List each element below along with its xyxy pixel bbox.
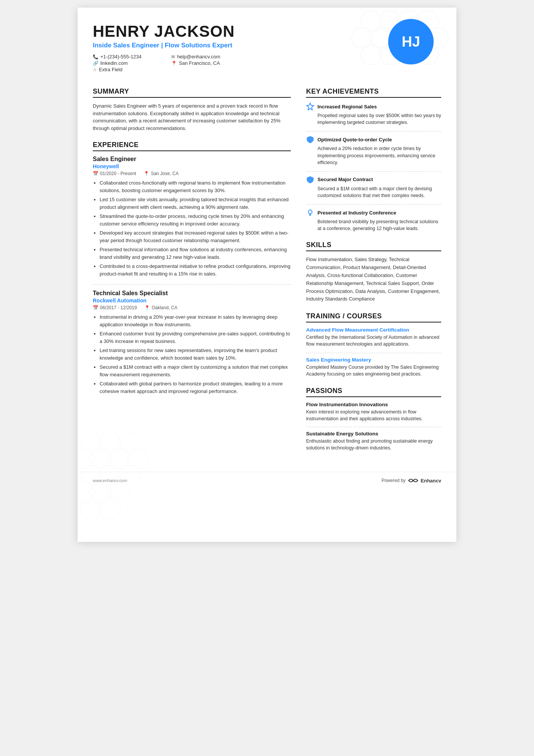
- bullet: Streamlined the quote-to-order process, …: [100, 213, 291, 227]
- candidate-title: Inside Sales Engineer | Flow Solutions E…: [93, 42, 235, 49]
- achievement-2-title: Optimized Quote-to-order Cycle: [317, 137, 392, 142]
- bullet: Contributed to a cross-departmental init…: [100, 263, 291, 277]
- experience-title: EXPERIENCE: [93, 141, 291, 151]
- experience-section: EXPERIENCE Sales Engineer Honeywell 📅 01…: [93, 141, 291, 395]
- passion-1: Flow Instrumentation Innovations Keen in…: [306, 402, 441, 422]
- linkedin-text: linkedin.com: [100, 60, 128, 66]
- skills-title: SKILLS: [306, 241, 441, 251]
- passion-divider: [306, 427, 441, 427]
- training-1-title: Advanced Flow Measurement Certification: [306, 327, 441, 333]
- footer-logo: Powered by Enhancv: [381, 477, 441, 484]
- bullet: Secured a $1M contract with a major clie…: [100, 363, 291, 378]
- skills-text: Flow Instrumentation, Sales Strategy, Te…: [306, 256, 441, 303]
- training-divider: [306, 353, 441, 353]
- passion-1-text: Keen interest in exploring new advanceme…: [306, 409, 441, 422]
- right-column: KEY ACHIEVEMENTS Increased Regional Sale…: [306, 88, 441, 460]
- achievement-4: Presented at Industry Conference Bolster…: [306, 208, 441, 232]
- star-icon: [306, 102, 314, 111]
- training-2: Sales Engineering Mastery Completed Mast…: [306, 357, 441, 377]
- passion-2-text: Enthusiastic about finding and promoting…: [306, 438, 441, 451]
- bulb-icon: [306, 208, 314, 217]
- bullet: Presented technical information and flow…: [100, 246, 291, 261]
- bullet: Collaborated cross-functionally with reg…: [100, 179, 291, 194]
- training-title: TRAINING / COURSES: [306, 312, 441, 322]
- passions-title: PASSIONS: [306, 387, 441, 397]
- achievement-2-text: Achieved a 20% reduction in order cycle …: [306, 145, 441, 166]
- extra-text: Extra Field: [99, 67, 122, 72]
- contact-grid: 📞 +1-(234)-555-1234 ✉ help@enhancv.com 🔗…: [93, 54, 235, 72]
- achievement-2: Optimized Quote-to-order Cycle Achieved …: [306, 135, 441, 166]
- email-icon: ✉: [171, 54, 175, 59]
- svg-marker-26: [80, 499, 102, 518]
- brand-name: Enhancv: [421, 478, 441, 484]
- achievement-3-text: Secured a $1M contract with a major clie…: [306, 185, 441, 199]
- job-2-bullets: Instrumental in driving a 20% year-over-…: [93, 313, 291, 395]
- training-2-title: Sales Engineering Mastery: [306, 357, 441, 363]
- phone-text: +1-(234)-555-1234: [100, 54, 142, 59]
- calendar-icon: 📅: [93, 171, 98, 176]
- phone-icon: 📞: [93, 54, 98, 59]
- passion-2-title: Sustainable Energy Solutions: [306, 431, 441, 437]
- svg-marker-27: [98, 499, 121, 518]
- contact-linkedin: 🔗 linkedin.com: [93, 60, 156, 66]
- avatar: HJ: [388, 19, 434, 64]
- resume-page: HENRY JACKSON Inside Sales Engineer | Fl…: [78, 8, 456, 542]
- bullet: Developed key account strategies that in…: [100, 229, 291, 244]
- job-1-company: Honeywell: [93, 163, 291, 169]
- svg-point-29: [308, 210, 312, 214]
- summary-title: SUMMARY: [93, 88, 291, 98]
- shield-icon-2: [306, 175, 314, 184]
- job-2-date: 📅 06/2017 - 12/2019: [93, 305, 137, 310]
- header-left: HENRY JACKSON Inside Sales Engineer | Fl…: [93, 23, 235, 72]
- pin-icon: 📍: [144, 171, 149, 176]
- job-2-company: Rockwell Automation: [93, 297, 291, 304]
- job-2: Technical Sales Specialist Rockwell Auto…: [93, 290, 291, 395]
- job-2-meta: 📅 06/2017 - 12/2019 📍 Oakland, CA: [93, 305, 291, 310]
- footer-website: www.enhancv.com: [93, 478, 127, 483]
- pin-icon: 📍: [144, 305, 150, 310]
- contact-extra: ☆ Extra Field: [93, 67, 156, 72]
- achievements-section: KEY ACHIEVEMENTS Increased Regional Sale…: [306, 88, 441, 232]
- summary-text: Dynamic Sales Engineer with 5 years of e…: [93, 102, 291, 132]
- location-text: San Francisco, CA: [179, 60, 220, 66]
- job-1-date: 📅 01/2020 - Present: [93, 171, 136, 176]
- achievement-3-title: Secured Major Contract: [317, 177, 373, 182]
- achievement-1-text: Propelled regional sales by over $500K w…: [306, 112, 441, 126]
- achievement-4-header: Presented at Industry Conference: [306, 208, 441, 217]
- svg-marker-28: [307, 103, 314, 110]
- achievement-divider-3: [306, 204, 441, 205]
- calendar-icon: 📅: [93, 305, 98, 310]
- footer: www.enhancv.com Powered by Enhancv: [78, 472, 456, 489]
- job-2-location: 📍 Oakland, CA: [144, 305, 177, 310]
- achievement-1: Increased Regional Sales Propelled regio…: [306, 102, 441, 126]
- header-right: HJ: [388, 23, 441, 64]
- contact-location: 📍 San Francisco, CA: [171, 60, 234, 66]
- bullet: Led 15 customer site visits annually, pr…: [100, 196, 291, 211]
- bullet: Collaborated with global partners to har…: [100, 380, 291, 395]
- bullet: Led training sessions for new sales repr…: [100, 347, 291, 362]
- training-2-text: Completed Mastery Course provided by The…: [306, 364, 441, 377]
- achievement-1-header: Increased Regional Sales: [306, 102, 441, 111]
- link-icon: 🔗: [93, 61, 98, 66]
- passion-2: Sustainable Energy Solutions Enthusiasti…: [306, 431, 441, 451]
- candidate-name: HENRY JACKSON: [93, 23, 235, 40]
- email-text: help@enhancv.com: [177, 54, 220, 59]
- achievement-divider-2: [306, 171, 441, 172]
- job-1: Sales Engineer Honeywell 📅 01/2020 - Pre…: [93, 156, 291, 277]
- passions-section: PASSIONS Flow Instrumentation Innovation…: [306, 387, 441, 452]
- content-area: SUMMARY Dynamic Sales Engineer with 5 ye…: [78, 72, 456, 468]
- job-divider: [93, 284, 291, 285]
- location-icon: 📍: [171, 61, 177, 66]
- job-1-location: 📍 San Jose, CA: [144, 171, 178, 176]
- achievements-title: KEY ACHIEVEMENTS: [306, 88, 441, 98]
- passion-1-title: Flow Instrumentation Innovations: [306, 402, 441, 407]
- contact-phone: 📞 +1-(234)-555-1234: [93, 54, 156, 59]
- achievement-3-header: Secured Major Contract: [306, 175, 441, 184]
- left-column: SUMMARY Dynamic Sales Engineer with 5 ye…: [93, 88, 291, 460]
- job-1-bullets: Collaborated cross-functionally with reg…: [93, 179, 291, 277]
- achievement-3: Secured Major Contract Secured a $1M con…: [306, 175, 441, 199]
- achievement-4-text: Bolstered brand visibility by presenting…: [306, 218, 441, 232]
- shield-icon: [306, 135, 314, 144]
- summary-section: SUMMARY Dynamic Sales Engineer with 5 ye…: [93, 88, 291, 132]
- achievement-4-title: Presented at Industry Conference: [317, 210, 396, 216]
